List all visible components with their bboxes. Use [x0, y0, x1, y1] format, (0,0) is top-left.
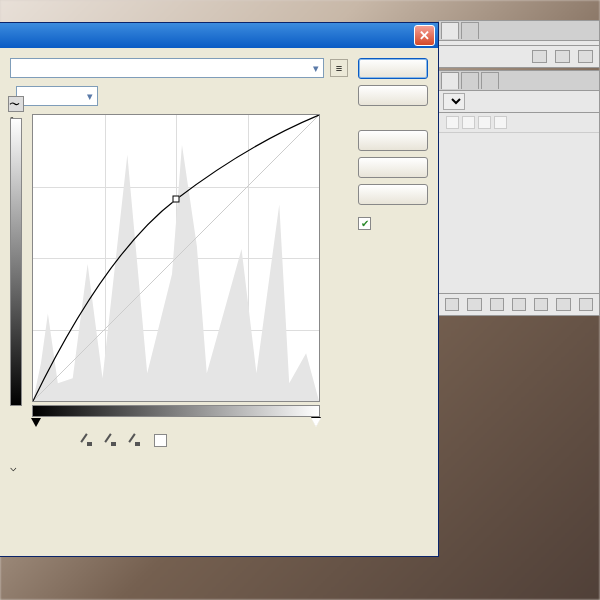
curve-tool-icon[interactable]: 〜: [8, 96, 24, 112]
tab-paths[interactable]: [481, 72, 499, 89]
tab-layers[interactable]: [441, 72, 459, 89]
preset-menu-icon[interactable]: ≡: [330, 59, 348, 77]
layers-panel: [438, 70, 600, 316]
black-eyedropper-icon[interactable]: [80, 431, 98, 449]
channel-dropdown[interactable]: [16, 86, 98, 106]
gray-eyedropper-icon[interactable]: [104, 431, 122, 449]
lock-all-icon[interactable]: [494, 116, 507, 129]
dialog-titlebar[interactable]: ✕: [0, 23, 438, 48]
white-point-slider[interactable]: [311, 418, 321, 428]
tab-history[interactable]: [441, 22, 459, 39]
new-snapshot-icon[interactable]: [532, 50, 547, 63]
smooth-button: [358, 130, 428, 151]
black-point-slider[interactable]: [31, 418, 41, 428]
lock-position-icon[interactable]: [478, 116, 491, 129]
history-panel: [438, 20, 600, 68]
trash-icon[interactable]: [578, 50, 593, 63]
curves-dialog: ✕ ≡ 〜 ✎: [0, 22, 439, 557]
fx-icon[interactable]: [467, 298, 481, 311]
curve-control-point[interactable]: [173, 196, 180, 203]
chevron-right-icon[interactable]: ⌵: [10, 461, 17, 474]
folder-icon[interactable]: [534, 298, 548, 311]
lock-brush-icon[interactable]: [462, 116, 475, 129]
curve-graph[interactable]: [32, 114, 320, 402]
input-gradient[interactable]: [32, 405, 320, 417]
tab-actions[interactable]: [461, 22, 479, 39]
lock-transparency-icon[interactable]: [446, 116, 459, 129]
tab-channels[interactable]: [461, 72, 479, 89]
curve-path: [33, 115, 319, 401]
new-document-icon[interactable]: [555, 50, 570, 63]
cancel-button[interactable]: [358, 85, 428, 106]
options-button[interactable]: [358, 184, 428, 205]
adjustment-icon[interactable]: [512, 298, 526, 311]
preview-checkbox[interactable]: ✔: [358, 217, 371, 230]
blend-mode-dropdown[interactable]: [443, 93, 465, 110]
new-layer-icon[interactable]: [556, 298, 570, 311]
link-icon[interactable]: [445, 298, 459, 311]
mask-icon[interactable]: [490, 298, 504, 311]
auto-button[interactable]: [358, 157, 428, 178]
svg-line-0: [33, 115, 319, 401]
output-gradient: [10, 118, 22, 406]
trash-icon[interactable]: [579, 298, 593, 311]
ok-button[interactable]: [358, 58, 428, 79]
white-eyedropper-icon[interactable]: [128, 431, 146, 449]
close-icon[interactable]: ✕: [414, 25, 435, 46]
show-clip-checkbox[interactable]: [154, 434, 167, 447]
preset-dropdown[interactable]: [10, 58, 324, 78]
